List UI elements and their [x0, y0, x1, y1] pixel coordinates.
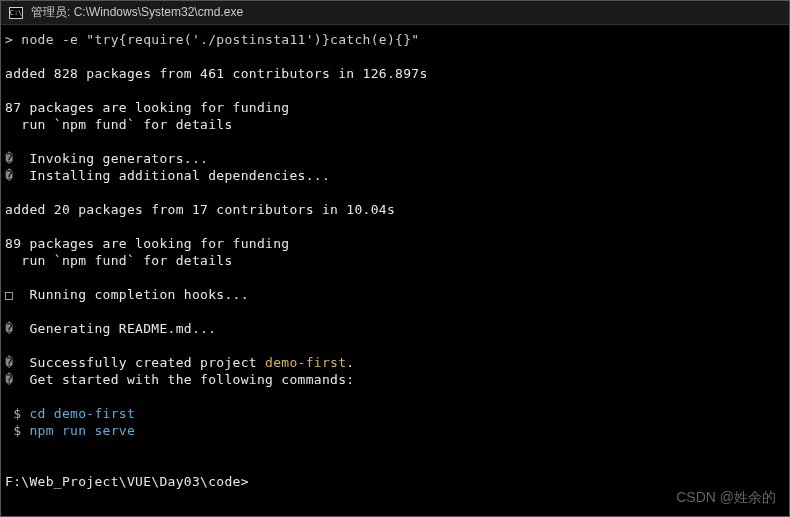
cmd-line: node -e "try{require('./postinsta11')}ca… — [21, 32, 419, 47]
shell-prompt: $ — [5, 406, 29, 421]
output-line: 87 packages are looking for funding — [5, 100, 289, 115]
cmd-window: C:\ 管理员: C:\Windows\System32\cmd.exe > n… — [0, 0, 790, 517]
output-line: Generating README.md... — [13, 321, 216, 336]
bullet-icon: � — [5, 151, 13, 166]
output-line: added 828 packages from 461 contributors… — [5, 66, 428, 81]
output-line: run `npm fund` for details — [5, 117, 233, 132]
output-line: Running completion hooks... — [13, 287, 249, 302]
output-line: Successfully created project — [13, 355, 265, 370]
terminal-output[interactable]: > node -e "try{require('./postinsta11')}… — [1, 25, 789, 516]
output-line: Installing additional dependencies... — [13, 168, 330, 183]
output-line: Invoking generators... — [13, 151, 208, 166]
prompt-char: > — [5, 32, 13, 47]
titlebar[interactable]: C:\ 管理员: C:\Windows\System32\cmd.exe — [1, 1, 789, 25]
cmd-serve: npm run serve — [29, 423, 135, 438]
watermark: CSDN @姓余的 — [676, 489, 776, 507]
cmd-cd: cd demo-first — [29, 406, 135, 421]
square-icon: □ — [5, 287, 13, 302]
project-name: demo-first — [265, 355, 346, 370]
bullet-icon: � — [5, 372, 13, 387]
shell-prompt: $ — [5, 423, 29, 438]
path-prompt: F:\Web_Project\VUE\Day03\code> — [5, 474, 249, 489]
output-line: run `npm fund` for details — [5, 253, 233, 268]
bullet-icon: � — [5, 168, 13, 183]
bullet-icon: � — [5, 355, 13, 370]
output-line: 89 packages are looking for funding — [5, 236, 289, 251]
window-title: 管理员: C:\Windows\System32\cmd.exe — [31, 4, 243, 21]
output-line: . — [346, 355, 354, 370]
output-line: Get started with the following commands: — [13, 372, 354, 387]
bullet-icon: � — [5, 321, 13, 336]
output-line: added 20 packages from 17 contributors i… — [5, 202, 395, 217]
cmd-icon: C:\ — [9, 7, 23, 19]
